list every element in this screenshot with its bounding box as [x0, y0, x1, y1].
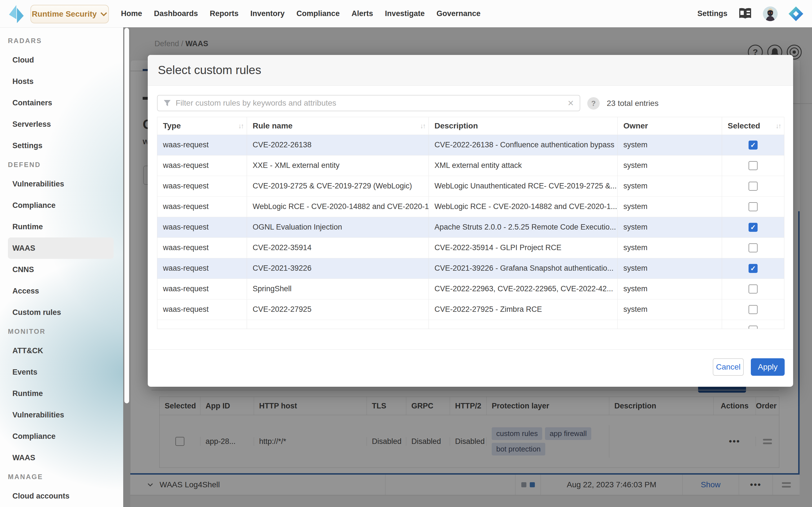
- app-logo-icon: [7, 4, 25, 24]
- rule-name-cell: WebLogic RCE - CVE-2020-14882 and CVE-20…: [247, 196, 429, 217]
- rule-select-checkbox[interactable]: [749, 161, 758, 170]
- rule-name-cell: CVE-2019-2725 & CVE-2019-2729 (WebLogic): [247, 176, 429, 196]
- nav-item[interactable]: Dashboards: [154, 9, 198, 18]
- apply-button[interactable]: Apply: [751, 358, 784, 376]
- sidebar-entry[interactable]: Custom rules: [8, 302, 114, 323]
- custom-rule-row[interactable]: waas-request CVE-2019-2725 & CVE-2019-27…: [157, 176, 784, 196]
- nav-item[interactable]: Reports: [210, 9, 239, 18]
- sidebar-entry[interactable]: RADARS: [0, 33, 123, 49]
- rule-type-cell: waas-request: [157, 135, 247, 155]
- nav-item[interactable]: Inventory: [250, 9, 285, 18]
- custom-rule-row[interactable]: waas-request OGNL Evaluation Injection A…: [157, 217, 784, 237]
- rule-type-cell: [157, 320, 247, 329]
- sidebar-entry[interactable]: Hosts: [8, 71, 114, 92]
- custom-rule-row[interactable]: [157, 320, 784, 329]
- rule-name-cell: SpringShell: [247, 279, 429, 299]
- sidebar-entry[interactable]: CNNS: [8, 259, 114, 280]
- filter-input-container: ✕: [157, 95, 580, 111]
- rule-select-checkbox[interactable]: [749, 202, 758, 211]
- modal-title: Select custom rules: [158, 55, 261, 86]
- sidebar-entry[interactable]: MANAGE: [0, 468, 123, 485]
- rule-description-cell: Apache Struts 2.0.0 - 2.5.25 Remote Code…: [429, 217, 618, 237]
- sidebar-entry[interactable]: DEFEND: [0, 156, 123, 173]
- col-type[interactable]: Type↓↑: [157, 117, 247, 135]
- sidebar-entry[interactable]: Vulnerabilities: [8, 173, 114, 194]
- rule-select-checkbox[interactable]: [749, 264, 758, 273]
- filter-help-icon[interactable]: ?: [587, 97, 600, 110]
- sidebar-entry[interactable]: Serverless: [8, 114, 114, 135]
- clear-filter-icon[interactable]: ✕: [562, 99, 580, 108]
- sort-icon[interactable]: ↓↑: [420, 117, 425, 135]
- custom-rule-row[interactable]: waas-request CVE-2022-27925 CVE-2022-279…: [157, 299, 784, 320]
- rule-select-checkbox[interactable]: [749, 326, 758, 329]
- custom-rule-row[interactable]: waas-request CVE-2021-39226 CVE-2021-392…: [157, 258, 784, 279]
- rule-owner-cell: system: [618, 176, 722, 196]
- rule-description-cell: CVE-2022-27925 - Zimbra RCE: [429, 299, 618, 320]
- nav-item[interactable]: Investigate: [385, 9, 424, 18]
- col-selected[interactable]: Selected↓↑: [722, 117, 784, 135]
- user-avatar[interactable]: [763, 6, 777, 21]
- col-rule-name[interactable]: Rule name↓↑: [247, 117, 429, 135]
- sidebar-entry[interactable]: WAAS: [8, 447, 114, 468]
- sort-icon[interactable]: ↓↑: [776, 117, 781, 135]
- rule-select-checkbox[interactable]: [749, 223, 758, 232]
- sidebar-entry[interactable]: Cloud: [8, 49, 114, 71]
- sidebar-entry[interactable]: Containers: [8, 92, 114, 114]
- sidebar: RADARSCloudHostsContainersServerlessSett…: [0, 27, 123, 507]
- sidebar-entry[interactable]: WAAS: [8, 237, 114, 259]
- rule-select-checkbox[interactable]: [749, 305, 758, 314]
- rule-select-checkbox[interactable]: [749, 243, 758, 252]
- total-entries-label: 23 total entries: [607, 97, 659, 110]
- sort-icon[interactable]: ↓↑: [238, 117, 243, 135]
- sidebar-entry[interactable]: Runtime: [8, 216, 114, 237]
- rule-type-cell: waas-request: [157, 156, 247, 176]
- rule-type-cell: waas-request: [157, 279, 247, 299]
- rule-select-checkbox[interactable]: [749, 284, 758, 293]
- custom-rule-row[interactable]: waas-request CVE-2022-26138 CVE-2022-261…: [157, 135, 784, 155]
- sidebar-entry[interactable]: Events: [8, 361, 114, 383]
- product-switcher[interactable]: Runtime Security: [31, 5, 109, 23]
- custom-rule-row[interactable]: waas-request XXE - XML external entity X…: [157, 155, 784, 176]
- rule-description-cell: CVE-2021-39226 - Grafana Snapshot authen…: [429, 258, 618, 279]
- filter-input[interactable]: [175, 98, 562, 108]
- sidebar-entry[interactable]: Compliance: [8, 194, 114, 216]
- custom-rule-row[interactable]: waas-request WebLogic RCE - CVE-2020-148…: [157, 196, 784, 217]
- top-right-actions: Settings: [697, 0, 804, 27]
- rule-description-cell: CVE-2022-22963, CVE-2022-22965, CVE-2022…: [429, 279, 618, 299]
- custom-rule-row[interactable]: waas-request CVE-2022-35914 CVE-2022-359…: [157, 237, 784, 258]
- rule-owner-cell: system: [618, 217, 722, 237]
- rule-owner-cell: system: [618, 299, 722, 320]
- sidebar-scrollbar-thumb[interactable]: [124, 28, 129, 403]
- nav-item[interactable]: Home: [121, 9, 142, 18]
- rule-owner-cell: system: [618, 135, 722, 155]
- prisma-cloud-logo-icon[interactable]: [788, 6, 804, 21]
- cancel-button[interactable]: Cancel: [713, 358, 744, 376]
- sidebar-entry[interactable]: Runtime: [8, 383, 114, 404]
- col-owner[interactable]: Owner: [618, 117, 722, 135]
- nav-item[interactable]: Compliance: [297, 9, 340, 18]
- rule-description-cell: WebLogic Unauthenticated RCE- CVE-2019-2…: [429, 176, 618, 196]
- sidebar-entry[interactable]: Compliance: [8, 426, 114, 447]
- rule-name-cell: CVE-2022-26138: [247, 135, 429, 155]
- nav-item[interactable]: Governance: [437, 9, 480, 18]
- sidebar-entry[interactable]: Vulnerabilities: [8, 404, 114, 426]
- rule-description-cell: XML external entity attack: [429, 156, 618, 176]
- nav-item[interactable]: Alerts: [352, 9, 373, 18]
- col-description[interactable]: Description: [429, 117, 618, 135]
- sidebar-entry[interactable]: Cloud accounts: [8, 485, 114, 507]
- rule-select-checkbox[interactable]: [749, 140, 758, 150]
- sidebar-entry[interactable]: MONITOR: [0, 323, 123, 340]
- settings-link[interactable]: Settings: [697, 9, 727, 18]
- sidebar-entry[interactable]: Access: [8, 280, 114, 302]
- rule-owner-cell: system: [618, 156, 722, 176]
- rule-type-cell: waas-request: [157, 238, 247, 258]
- rule-owner-cell: system: [618, 258, 722, 279]
- docs-book-icon[interactable]: [738, 7, 752, 20]
- custom-rule-row[interactable]: waas-request SpringShell CVE-2022-22963,…: [157, 279, 784, 299]
- funnel-filter-icon: [163, 99, 171, 107]
- rule-select-checkbox[interactable]: [749, 182, 758, 191]
- sidebar-entry[interactable]: Settings: [8, 135, 114, 156]
- rule-name-cell: CVE-2022-27925: [247, 299, 429, 320]
- rule-description-cell: CVE-2022-35914 - GLPI Project RCE: [429, 238, 618, 258]
- sidebar-entry[interactable]: ATT&CK: [8, 340, 114, 361]
